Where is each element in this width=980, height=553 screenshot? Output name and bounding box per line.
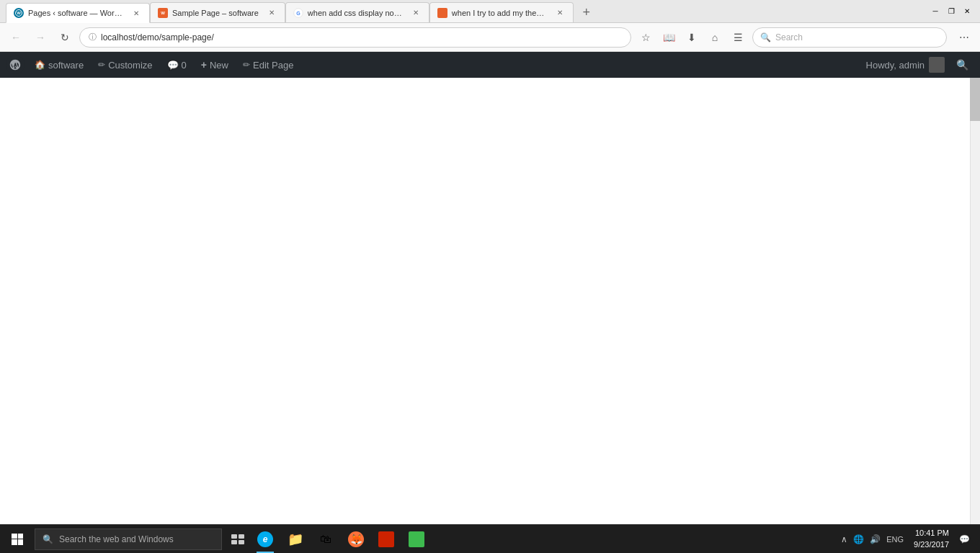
svg-text:W: W bbox=[161, 11, 165, 15]
explorer-icon: 📁 bbox=[288, 531, 303, 547]
admin-howdy[interactable]: Howdy, admin bbox=[860, 57, 950, 73]
home-icon[interactable]: ⌂ bbox=[705, 27, 725, 48]
admin-bar-customize[interactable]: ✏ Customize bbox=[91, 52, 159, 78]
url-bar[interactable]: ⓘ localhost/demo/sample-page/ bbox=[79, 27, 631, 48]
tab-close-4[interactable]: ✕ bbox=[554, 7, 566, 19]
svg-rect-8 bbox=[239, 540, 244, 544]
clock-date: 9/23/2017 bbox=[914, 539, 949, 550]
svg-rect-7 bbox=[231, 540, 237, 544]
svg-rect-6 bbox=[239, 534, 244, 539]
url-text: localhost/demo/sample-page/ bbox=[101, 32, 622, 42]
browser-window: W Pages ‹ software — WordPre... ✕ W Samp… bbox=[0, 0, 980, 553]
admin-bar-comments[interactable]: 💬 0 bbox=[160, 52, 194, 78]
taskbar-app-explorer[interactable]: 📁 bbox=[281, 525, 310, 554]
tab-favicon-1: W bbox=[14, 8, 24, 18]
system-clock[interactable]: 10:41 PM 9/23/2017 bbox=[908, 528, 955, 550]
tab-close-1[interactable]: ✕ bbox=[130, 7, 142, 19]
hub-icon[interactable]: ☰ bbox=[728, 27, 748, 48]
plus-icon: + bbox=[201, 59, 207, 71]
site-icon: 🏠 bbox=[35, 60, 45, 70]
comment-icon: 💬 bbox=[167, 60, 179, 71]
taskbar-apps: e 📁 🛍 🦊 bbox=[251, 525, 834, 554]
start-button[interactable] bbox=[3, 525, 32, 554]
search-placeholder: Search bbox=[775, 32, 803, 42]
taskbar-app-firefox[interactable]: 🦊 bbox=[342, 525, 370, 554]
window-controls: ─ ❐ ✕ bbox=[928, 4, 974, 19]
howdy-text: Howdy, admin bbox=[866, 60, 925, 71]
taskbar-search[interactable]: 🔍 Search the web and Windows bbox=[35, 529, 222, 550]
close-button[interactable]: ✕ bbox=[960, 4, 974, 19]
svg-text:W: W bbox=[17, 11, 21, 15]
tab-close-3[interactable]: ✕ bbox=[410, 7, 422, 19]
admin-bar-comments-count: 0 bbox=[182, 60, 187, 71]
taskbar-app-store[interactable]: 🛍 bbox=[311, 525, 340, 554]
tab-title-3: when add css display not wo... bbox=[308, 9, 403, 17]
wp-logo-button[interactable] bbox=[6, 55, 24, 74]
admin-bar-edit-page[interactable]: ✏ Edit Page bbox=[236, 52, 300, 78]
tab-google-2[interactable]: when I try to add my theme... ✕ bbox=[429, 2, 574, 22]
taskbar: 🔍 Search the web and Windows e 📁 bbox=[0, 524, 980, 553]
restore-button[interactable]: ❐ bbox=[944, 4, 958, 19]
tray-language-icon[interactable]: ENG bbox=[885, 534, 905, 545]
taskbar-app-7[interactable] bbox=[402, 525, 431, 554]
extensions-icon[interactable]: ⋯ bbox=[954, 27, 974, 48]
task-view-button[interactable] bbox=[225, 525, 251, 554]
wp-search-icon[interactable]: 🔍 bbox=[950, 59, 974, 71]
new-tab-button[interactable]: + bbox=[576, 2, 597, 22]
tab-google-1[interactable]: G when add css display not wo... ✕ bbox=[285, 2, 429, 22]
store-icon: 🛍 bbox=[318, 531, 334, 547]
wp-admin-bar: 🏠 software ✏ Customize 💬 0 + New ✏ Edit … bbox=[0, 52, 980, 78]
app7-icon bbox=[409, 531, 424, 547]
windows-logo-icon bbox=[12, 534, 23, 545]
firefox-icon: 🦊 bbox=[348, 531, 364, 547]
svg-rect-5 bbox=[231, 534, 237, 539]
scrollbar-thumb[interactable] bbox=[970, 78, 980, 121]
clock-time: 10:41 PM bbox=[914, 528, 949, 539]
tab-close-2[interactable]: ✕ bbox=[266, 7, 277, 19]
admin-bar-edit-label: Edit Page bbox=[253, 60, 293, 71]
tab-favicon-3: G bbox=[293, 8, 303, 18]
admin-bar-customize-label: Customize bbox=[108, 60, 152, 71]
browser-search-bar[interactable]: 🔍 Search bbox=[752, 27, 947, 48]
favorites-icon[interactable]: ☆ bbox=[636, 27, 656, 48]
title-bar: W Pages ‹ software — WordPre... ✕ W Samp… bbox=[0, 0, 980, 23]
taskbar-search-icon: 🔍 bbox=[43, 534, 53, 544]
minimize-button[interactable]: ─ bbox=[928, 4, 943, 19]
tab-title-2: Sample Page – software bbox=[172, 9, 259, 17]
scrollbar[interactable] bbox=[970, 78, 980, 524]
admin-avatar bbox=[929, 57, 945, 73]
taskbar-app-6[interactable] bbox=[372, 525, 401, 554]
tab-favicon-4 bbox=[437, 8, 447, 18]
admin-bar-right: Howdy, admin 🔍 bbox=[860, 57, 974, 73]
app6-icon bbox=[378, 531, 394, 547]
admin-bar-site-label: software bbox=[48, 60, 84, 71]
customize-icon: ✏ bbox=[98, 60, 105, 70]
admin-bar-new[interactable]: + New bbox=[194, 52, 236, 78]
edit-icon: ✏ bbox=[243, 60, 250, 70]
refresh-button[interactable]: ↻ bbox=[55, 27, 75, 48]
edge-icon: e bbox=[257, 531, 273, 547]
tray-chevron-icon[interactable]: ∧ bbox=[839, 533, 849, 546]
system-tray: ∧ 🌐 🔊 ENG 10:41 PM 9/23/2017 💬 bbox=[834, 528, 977, 550]
admin-bar-site[interactable]: 🏠 software bbox=[27, 52, 91, 78]
tab-favicon-2: W bbox=[158, 8, 168, 18]
browser-toolbar-icons: ☆ 📖 ⬇ ⌂ ☰ bbox=[636, 27, 748, 48]
tray-volume-icon[interactable]: 🔊 bbox=[868, 533, 882, 546]
taskbar-app-edge[interactable]: e bbox=[251, 525, 280, 554]
secure-icon: ⓘ bbox=[89, 32, 97, 42]
tray-network-icon[interactable]: 🌐 bbox=[852, 533, 865, 546]
back-button[interactable]: ← bbox=[6, 27, 26, 48]
admin-bar-new-label: New bbox=[210, 60, 228, 71]
reading-view-icon[interactable]: 📖 bbox=[659, 27, 679, 48]
search-icon: 🔍 bbox=[760, 32, 771, 42]
tray-notifications-icon[interactable]: 💬 bbox=[958, 533, 971, 546]
taskbar-search-text: Search the web and Windows bbox=[59, 534, 174, 544]
tab-pages-software[interactable]: W Pages ‹ software — WordPre... ✕ bbox=[6, 3, 150, 23]
address-bar: ← → ↻ ⓘ localhost/demo/sample-page/ ☆ 📖 … bbox=[0, 23, 980, 52]
forward-button[interactable]: → bbox=[30, 27, 50, 48]
page-content bbox=[0, 78, 980, 524]
tab-title-1: Pages ‹ software — WordPre... bbox=[28, 9, 123, 17]
tab-bar: W Pages ‹ software — WordPre... ✕ W Samp… bbox=[6, 0, 922, 22]
download-icon[interactable]: ⬇ bbox=[682, 27, 702, 48]
tab-sample-page[interactable]: W Sample Page – software ✕ bbox=[150, 2, 285, 22]
